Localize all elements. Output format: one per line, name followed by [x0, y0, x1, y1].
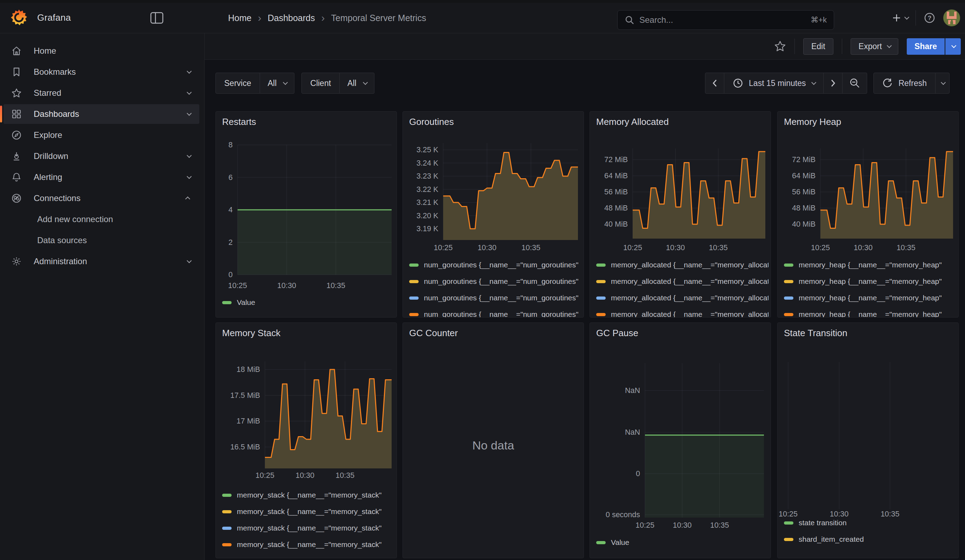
breadcrumb-current: Temporal Server Metrics: [331, 13, 426, 23]
share-button[interactable]: Share: [907, 38, 945, 55]
chevron-down-icon[interactable]: [187, 153, 191, 158]
add-new-button[interactable]: [891, 13, 908, 23]
search-icon: [625, 15, 635, 25]
legend-item[interactable]: num_goroutines {__name__="num_goroutines…: [409, 310, 581, 318]
sidebar-item-data-sources[interactable]: Data sources: [3, 230, 199, 250]
share-dropdown-button[interactable]: [945, 38, 961, 55]
svg-text:64 MiB: 64 MiB: [792, 171, 816, 180]
sidebar-item-label: Alerting: [34, 172, 187, 182]
svg-text:3.22 K: 3.22 K: [417, 185, 438, 194]
legend-series-marker: [596, 280, 606, 283]
edit-button[interactable]: Edit: [803, 38, 833, 55]
sidebar-item-add-new-connection[interactable]: Add new connection: [3, 209, 199, 229]
legend-item[interactable]: memory_allocated {__name__="memory_alloc…: [596, 277, 769, 286]
legend-item[interactable]: memory_stack {__name__="memory_stack": [222, 524, 394, 533]
panel-memory-stack: Memory Stack18 MiB17.5 MiB17 MiB16.5 MiB…: [216, 322, 397, 558]
legend-item[interactable]: memory_allocated {__name__="memory_alloc…: [596, 260, 769, 269]
chevron-down-icon[interactable]: [187, 174, 191, 179]
chevron-down-icon[interactable]: [187, 258, 191, 263]
sidebar-item-administration[interactable]: Administration: [3, 251, 199, 271]
legend-item[interactable]: num_goroutines {__name__="num_goroutines…: [409, 260, 581, 269]
legend-series-marker: [222, 494, 232, 497]
panel-title[interactable]: State Transition: [784, 328, 847, 339]
panel-title[interactable]: GC Counter: [409, 328, 458, 339]
bell-icon: [11, 172, 22, 183]
legend-item[interactable]: memory_heap {__name__="memory_heap": [784, 293, 956, 302]
svg-text:56 MiB: 56 MiB: [604, 188, 628, 196]
sidebar-item-bookmarks[interactable]: Bookmarks: [3, 62, 199, 82]
favorite-star-icon[interactable]: [774, 40, 786, 52]
legend-item[interactable]: memory_heap {__name__="memory_heap": [784, 277, 956, 286]
svg-text:3.20 K: 3.20 K: [417, 212, 438, 220]
export-button[interactable]: Export: [851, 38, 898, 55]
panel-title[interactable]: Memory Heap: [784, 116, 841, 127]
service-variable-select[interactable]: All: [260, 73, 295, 94]
legend-series-marker: [222, 510, 232, 513]
search-shortcut: ⌘+k: [811, 15, 827, 24]
sidebar-item-label: Data sources: [37, 235, 199, 245]
legend-series-label: Value: [611, 538, 629, 547]
time-forward-button[interactable]: [823, 73, 842, 94]
panel-title[interactable]: Memory Stack: [222, 328, 280, 339]
chart-restarts[interactable]: 8642010:2510:3010:35: [216, 112, 397, 318]
refresh-interval-dropdown[interactable]: [935, 73, 950, 94]
legend-item[interactable]: num_goroutines {__name__="num_goroutines…: [409, 277, 581, 286]
chevron-down-icon: [904, 15, 909, 20]
legend-item[interactable]: memory_allocated {__name__="memory_alloc…: [596, 310, 769, 318]
sidebar-nav: HomeBookmarksStarredDashboardsExploreDri…: [0, 33, 204, 560]
panel-restarts: Restarts8642010:2510:3010:35Value: [216, 111, 397, 318]
chart-gc-pause[interactable]: NaNNaN00 seconds10:2510:3010:35: [590, 323, 771, 558]
sidebar-item-alerting[interactable]: Alerting: [3, 167, 199, 187]
legend-series-marker: [409, 313, 419, 316]
panel-title[interactable]: Memory Allocated: [596, 116, 669, 127]
sidebar-item-label: Explore: [34, 130, 199, 140]
window-top-strip: [0, 0, 965, 3]
legend-item[interactable]: state transition: [784, 518, 956, 527]
legend-series-label: memory_heap {__name__="memory_heap": [799, 294, 942, 302]
panel-title[interactable]: Goroutines: [409, 116, 454, 127]
chevron-down-icon[interactable]: [187, 69, 191, 73]
search-input[interactable]: [640, 15, 806, 25]
panel-legend: memory_heap {__name__="memory_heap"memor…: [784, 260, 956, 318]
panel-title[interactable]: Restarts: [222, 116, 256, 127]
chevron-down-icon[interactable]: [187, 111, 191, 116]
svg-text:48 MiB: 48 MiB: [604, 204, 628, 212]
sidebar-item-label: Drilldown: [34, 151, 187, 161]
sidebar-item-explore[interactable]: Explore: [3, 125, 199, 145]
legend-item[interactable]: memory_allocated {__name__="memory_alloc…: [596, 293, 769, 302]
sidebar-item-drilldown[interactable]: Drilldown: [3, 146, 199, 166]
chevron-down-icon[interactable]: [187, 90, 191, 95]
sidebar-item-home[interactable]: Home: [3, 41, 199, 61]
legend-item[interactable]: Value: [596, 538, 769, 547]
legend-item[interactable]: Value: [222, 298, 394, 307]
sidebar-toggle-icon[interactable]: [150, 12, 164, 24]
legend-item[interactable]: memory_stack {__name__="memory_stack": [222, 507, 394, 516]
search-box[interactable]: ⌘+k: [617, 10, 834, 30]
help-icon[interactable]: ?: [924, 12, 936, 24]
chevron-down-icon: [363, 80, 368, 85]
legend-item[interactable]: num_goroutines {__name__="num_goroutines…: [409, 293, 581, 302]
svg-text:10:25: 10:25: [811, 243, 830, 252]
legend-series-label: memory_stack {__name__="memory_stack": [237, 540, 381, 549]
panel-memory-allocated: Memory Allocated72 MiB64 MiB56 MiB48 MiB…: [589, 111, 771, 318]
sidebar-item-dashboards[interactable]: Dashboards: [3, 104, 199, 124]
legend-item[interactable]: memory_stack {__name__="memory_stack": [222, 491, 394, 500]
legend-item[interactable]: memory_heap {__name__="memory_heap": [784, 260, 956, 269]
sidebar-item-label: Bookmarks: [34, 67, 187, 77]
zoom-out-icon[interactable]: [842, 73, 867, 94]
user-avatar[interactable]: [943, 10, 960, 26]
sidebar-item-connections[interactable]: Connections: [3, 188, 199, 208]
sidebar-item-starred[interactable]: Starred: [3, 83, 199, 103]
client-variable-select[interactable]: All: [340, 73, 375, 94]
time-back-button[interactable]: [705, 73, 724, 94]
breadcrumb-home[interactable]: Home: [228, 13, 252, 23]
legend-item[interactable]: shard_item_created: [784, 535, 956, 544]
legend-item[interactable]: memory_stack {__name__="memory_stack": [222, 540, 394, 549]
breadcrumb: Home › Dashboards › Temporal Server Metr…: [228, 3, 426, 33]
refresh-button[interactable]: Refresh: [873, 73, 936, 94]
panel-title[interactable]: GC Pause: [596, 328, 638, 339]
breadcrumb-dashboards[interactable]: Dashboards: [268, 13, 315, 23]
legend-item[interactable]: memory_heap {__name__="memory_heap": [784, 310, 956, 318]
time-range-picker[interactable]: Last 15 minutes: [724, 73, 823, 94]
grafana-logo-icon[interactable]: [10, 8, 28, 27]
